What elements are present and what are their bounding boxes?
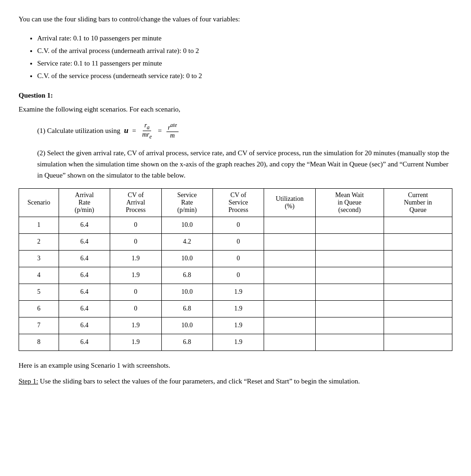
table-cell [264, 284, 315, 300]
col-header-current: CurrentNumber inQueue [384, 188, 452, 217]
examine-text: Examine the following eight scenarios. F… [19, 104, 452, 115]
table-cell: 10.0 [161, 317, 212, 334]
table-row: 36.41.910.00 [19, 250, 452, 267]
col-header-cv-arrival: CV ofArrivalProcess [110, 188, 161, 217]
u-symbol: u [124, 126, 128, 135]
table-cell: 0 [110, 284, 161, 300]
bullet-item: C.V. of the arrival process (underneath … [37, 45, 452, 57]
bullet-list: Arrival rate: 0.1 to 10 passengers per m… [37, 32, 452, 82]
table-cell [264, 300, 315, 317]
table-row: 56.4010.01.9 [19, 284, 452, 300]
fraction-numerator-2: rate [166, 122, 179, 132]
table-cell: 1.9 [110, 267, 161, 284]
table-cell: 1.9 [212, 284, 264, 300]
table-cell: 8 [19, 334, 59, 350]
table-cell: 6.4 [59, 284, 110, 300]
table-cell: 1 [19, 217, 59, 233]
table-cell [384, 334, 452, 350]
table-cell [315, 217, 384, 233]
table-cell: 10.0 [161, 250, 212, 267]
table-cell [384, 267, 452, 284]
fraction-numerator-1: ra [143, 122, 151, 131]
table-cell: 4.2 [161, 233, 212, 250]
table-cell: 2 [19, 233, 59, 250]
table-cell: 6.4 [59, 250, 110, 267]
table-cell [384, 250, 452, 267]
bullet-item: Service rate: 0.1 to 11 passengers per m… [37, 57, 452, 70]
table-cell: 7 [19, 317, 59, 334]
table-cell: 0 [212, 217, 264, 233]
intro-text: You can use the four sliding bars to con… [19, 14, 452, 25]
table-cell [264, 233, 315, 250]
table-cell: 6.8 [161, 334, 212, 350]
table-cell: 0 [110, 217, 161, 233]
table-cell [264, 317, 315, 334]
bullet-item: C.V. of the service process (underneath … [37, 70, 452, 82]
scenarios-table: Scenario ArrivalRate(p/min) CV ofArrival… [19, 188, 452, 351]
table-cell [384, 317, 452, 334]
table-cell [315, 233, 384, 250]
table-cell: 6.4 [59, 317, 110, 334]
col-header-arrival: ArrivalRate(p/min) [59, 188, 110, 217]
table-cell [384, 284, 452, 300]
table-cell [315, 267, 384, 284]
table-cell: 6.4 [59, 300, 110, 317]
table-cell: 1.9 [110, 334, 161, 350]
col-header-service: ServiceRate(p/min) [161, 188, 212, 217]
table-cell: 6 [19, 300, 59, 317]
table-cell [264, 334, 315, 350]
table-cell [315, 334, 384, 350]
table-cell: 6.8 [161, 267, 212, 284]
table-cell [264, 250, 315, 267]
table-cell: 5 [19, 284, 59, 300]
table-cell [384, 217, 452, 233]
table-cell: 6.4 [59, 233, 110, 250]
step1-content: Use the sliding bars to select the value… [38, 377, 360, 385]
col-header-cv-service: CV ofServiceProcess [212, 188, 264, 217]
table-cell [315, 300, 384, 317]
table-cell [315, 250, 384, 267]
table-row: 86.41.96.81.9 [19, 334, 452, 350]
equals-sign-2: = [158, 127, 161, 135]
table-cell: 6.4 [59, 217, 110, 233]
table-cell: 1.9 [212, 334, 264, 350]
bullet-item: Arrival rate: 0.1 to 10 passengers per m… [37, 32, 452, 45]
table-row: 76.41.910.01.9 [19, 317, 452, 334]
table-cell: 10.0 [161, 284, 212, 300]
table-row: 46.41.96.80 [19, 267, 452, 284]
table-cell: 1.9 [110, 317, 161, 334]
table-cell: 1.9 [212, 317, 264, 334]
table-cell: 6.4 [59, 267, 110, 284]
col-header-utilization: Utilization(%) [264, 188, 315, 217]
table-row: 26.404.20 [19, 233, 452, 250]
table-cell [264, 217, 315, 233]
table-cell: 6.8 [161, 300, 212, 317]
equals-sign: = [132, 127, 136, 135]
step1-label: Step 1: [19, 377, 38, 385]
table-cell: 0 [110, 233, 161, 250]
table-row: 16.4010.00 [19, 217, 452, 233]
table-cell: 0 [110, 300, 161, 317]
table-cell: 3 [19, 250, 59, 267]
table-cell: 1.9 [212, 300, 264, 317]
table-cell [315, 317, 384, 334]
table-cell: 10.0 [161, 217, 212, 233]
table-cell: 6.4 [59, 334, 110, 350]
table-cell: 4 [19, 267, 59, 284]
step2-text: (2) Select the given arrival rate, CV of… [37, 147, 452, 181]
table-header-row: Scenario ArrivalRate(p/min) CV ofArrival… [19, 188, 452, 217]
table-row: 66.406.81.9 [19, 300, 452, 317]
formula-container: (1) Calculate utilization using u = ra m… [37, 122, 452, 140]
table-cell [315, 284, 384, 300]
step1-instruction: Step 1: Use the sliding bars to select t… [19, 376, 452, 387]
question-heading: Question 1: [19, 92, 452, 99]
fraction-2: rate m [166, 122, 179, 139]
table-cell: 0 [212, 250, 264, 267]
example-text: Here is an example using Scenario 1 with… [19, 360, 452, 371]
col-header-scenario: Scenario [19, 188, 59, 217]
table-cell: 0 [212, 267, 264, 284]
fraction-1: ra mre [141, 122, 153, 140]
table-cell [264, 267, 315, 284]
fraction-denominator-1: mre [141, 131, 153, 140]
col-header-mean-wait: Mean Waitin Queue(second) [315, 188, 384, 217]
